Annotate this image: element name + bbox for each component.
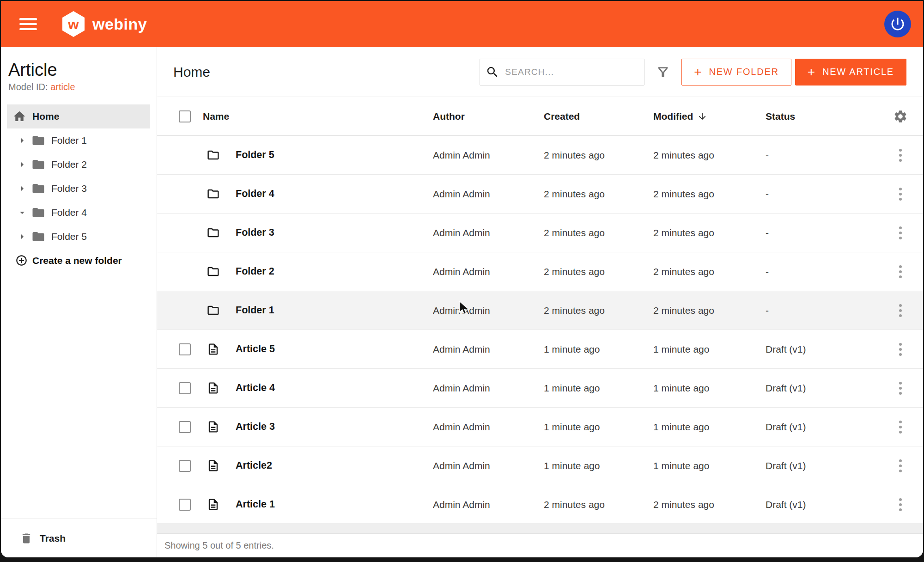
row-created: 2 minutes ago: [544, 189, 653, 200]
chevron-right-icon[interactable]: [17, 135, 28, 146]
row-checkbox[interactable]: [179, 382, 191, 394]
row-checkbox[interactable]: [179, 421, 191, 433]
row-menu-kebab-icon[interactable]: [896, 379, 905, 397]
sidebar-folder-item[interactable]: Folder 2: [1, 153, 157, 177]
filter-button[interactable]: [656, 65, 670, 79]
table-footer: Showing 5 out of 5 entries.: [157, 533, 923, 557]
row-created: 2 minutes ago: [544, 499, 653, 510]
search-box[interactable]: [480, 59, 644, 86]
new-folder-label: NEW FOLDER: [709, 67, 778, 77]
model-id-value: article: [50, 82, 75, 92]
row-checkbox[interactable]: [179, 343, 191, 355]
folder-icon: [207, 187, 220, 201]
row-modified: 1 minute ago: [653, 344, 766, 355]
row-menu-kebab-icon[interactable]: [896, 224, 905, 242]
document-icon: [207, 498, 220, 511]
row-menu-kebab-icon[interactable]: [896, 418, 905, 436]
sidebar-folder-item[interactable]: Folder 5: [1, 225, 157, 249]
row-name[interactable]: Article 3: [236, 421, 433, 433]
table-row[interactable]: Article 4 Admin Admin 1 minute ago 1 min…: [157, 369, 923, 408]
folder-icon: [31, 134, 45, 147]
row-checkbox[interactable]: [179, 499, 191, 511]
app-window: w webiny Article Model ID: article Home: [1, 1, 923, 557]
table-row[interactable]: Folder 5 Admin Admin 2 minutes ago 2 min…: [157, 136, 923, 175]
row-menu-kebab-icon[interactable]: [896, 146, 905, 165]
row-author: Admin Admin: [433, 344, 544, 355]
row-name[interactable]: Folder 2: [236, 266, 433, 277]
sidebar-item-trash[interactable]: Trash: [1, 519, 157, 557]
webiny-hexagon-icon: w: [61, 11, 86, 37]
table-row[interactable]: Article 1 Admin Admin 2 minutes ago 2 mi…: [157, 485, 923, 524]
create-folder-label: Create a new folder: [32, 255, 122, 266]
row-status: -: [766, 189, 878, 200]
entries-count-status: Showing 5 out of 5 entries.: [164, 540, 274, 551]
row-menu-kebab-icon[interactable]: [896, 340, 905, 359]
model-id: Model ID: article: [8, 82, 157, 92]
trash-label: Trash: [40, 533, 66, 544]
column-header-created[interactable]: Created: [544, 111, 653, 122]
column-header-author[interactable]: Author: [433, 111, 544, 122]
row-menu-kebab-icon[interactable]: [896, 495, 905, 514]
new-article-button[interactable]: + NEW ARTICLE: [795, 59, 906, 86]
chevron-right-icon[interactable]: [17, 231, 28, 242]
home-icon: [12, 110, 26, 123]
table-row[interactable]: Article2 Admin Admin 1 minute ago 1 minu…: [157, 446, 923, 485]
table-row[interactable]: Folder 1 Admin Admin 2 minutes ago 2 min…: [157, 291, 923, 330]
row-name[interactable]: Folder 4: [236, 188, 433, 200]
menu-hamburger-icon[interactable]: [19, 18, 37, 30]
table-settings-gear-icon[interactable]: [893, 109, 908, 124]
row-author: Admin Admin: [433, 422, 544, 433]
create-folder-button[interactable]: Create a new folder: [1, 254, 157, 267]
sidebar-folder-item[interactable]: Folder 4: [1, 201, 157, 225]
row-status: Draft (v1): [766, 499, 878, 510]
sidebar-folder-item[interactable]: Folder 1: [1, 128, 157, 153]
row-menu-kebab-icon[interactable]: [896, 457, 905, 475]
main-panel: Home + NEW FOLDER: [157, 47, 923, 557]
new-folder-button[interactable]: + NEW FOLDER: [681, 59, 791, 86]
table-row[interactable]: Article 5 Admin Admin 1 minute ago 1 min…: [157, 330, 923, 369]
row-menu-kebab-icon[interactable]: [896, 301, 905, 320]
chevron-down-icon[interactable]: [17, 207, 28, 218]
sidebar-item-home[interactable]: Home: [7, 104, 150, 128]
row-name[interactable]: Article 5: [236, 343, 433, 355]
sidebar-folder-label: Folder 2: [51, 159, 87, 170]
row-name[interactable]: Folder 3: [236, 227, 433, 238]
sidebar: Article Model ID: article Home Folder 1: [1, 47, 157, 557]
folder-tree: Folder 1 Folder 2 Folder 3 Folder 4 Fold…: [1, 128, 157, 249]
select-all-checkbox[interactable]: [179, 110, 191, 122]
column-header-modified[interactable]: Modified: [653, 111, 766, 122]
user-avatar[interactable]: [884, 11, 911, 37]
row-menu-kebab-icon[interactable]: [896, 263, 905, 281]
main-header: Home + NEW FOLDER: [157, 47, 923, 97]
table-row[interactable]: Folder 2 Admin Admin 2 minutes ago 2 min…: [157, 252, 923, 291]
row-status: -: [766, 150, 878, 161]
folder-icon: [207, 304, 220, 317]
row-name[interactable]: Article 4: [236, 382, 433, 394]
folder-icon: [31, 158, 45, 171]
row-author: Admin Admin: [433, 266, 544, 277]
folder-icon: [31, 230, 45, 244]
sidebar-folder-label: Folder 1: [51, 135, 87, 146]
row-modified: 2 minutes ago: [653, 227, 766, 238]
column-header-name[interactable]: Name: [192, 111, 433, 122]
chevron-right-icon[interactable]: [17, 159, 28, 170]
row-name[interactable]: Folder 5: [236, 149, 433, 161]
row-name[interactable]: Article 1: [236, 499, 433, 510]
row-name[interactable]: Article2: [236, 460, 433, 471]
horizontal-scroll-area[interactable]: [157, 523, 923, 533]
row-author: Admin Admin: [433, 460, 544, 471]
row-name[interactable]: Folder 1: [236, 305, 433, 316]
column-header-status[interactable]: Status: [766, 111, 878, 122]
table-row[interactable]: Folder 4 Admin Admin 2 minutes ago 2 min…: [157, 175, 923, 214]
row-menu-kebab-icon[interactable]: [896, 185, 905, 203]
sidebar-folder-item[interactable]: Folder 3: [1, 177, 157, 201]
document-icon: [207, 459, 220, 472]
table-row[interactable]: Article 3 Admin Admin 1 minute ago 1 min…: [157, 408, 923, 446]
chevron-right-icon[interactable]: [17, 183, 28, 194]
row-status: -: [766, 305, 878, 316]
row-checkbox[interactable]: [179, 460, 191, 472]
table-row[interactable]: Folder 3 Admin Admin 2 minutes ago 2 min…: [157, 214, 923, 252]
search-input[interactable]: [505, 67, 638, 77]
trash-icon: [20, 532, 33, 545]
webiny-logo[interactable]: w webiny: [61, 11, 147, 37]
